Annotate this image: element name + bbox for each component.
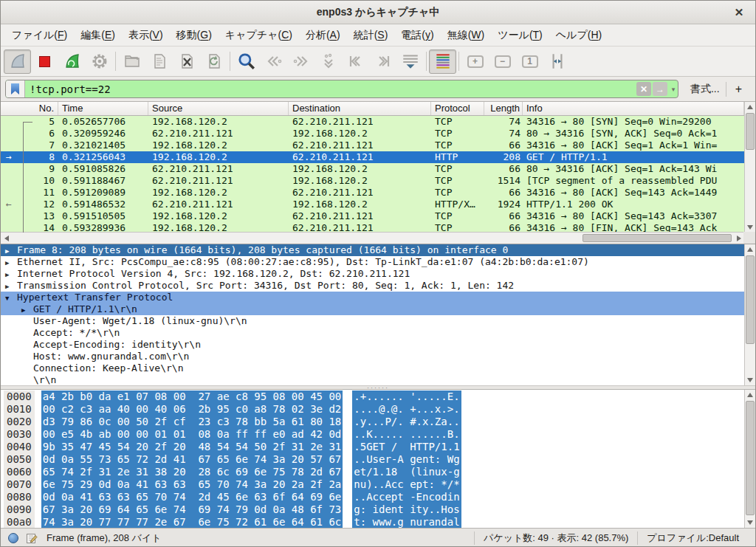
hex-row-0080[interactable]: 00800d 0a 41 63 63 65 70 74 2d 45 6e 63 … (1, 491, 755, 503)
scroll-up-icon[interactable] (745, 390, 755, 400)
hex-bytes[interactable]: 0d 0a 55 73 65 72 2d 41 67 65 6e 74 3a 2… (41, 453, 343, 466)
file-reload-icon[interactable] (200, 49, 227, 74)
find-packet-icon[interactable] (233, 49, 260, 74)
hex-bytes[interactable]: 00 c2 c3 aa 40 00 40 06 2b 95 c0 a8 78 0… (41, 403, 343, 416)
menu-item-8[interactable]: 無線(W) (441, 26, 492, 45)
capture-stop-icon[interactable] (31, 49, 58, 74)
resize-columns-icon[interactable] (543, 49, 571, 74)
hex-ascii[interactable]: nu)..Acc ept: */* (352, 478, 461, 491)
hex-ascii[interactable]: .5GET / HTTP/1.1 (352, 441, 461, 453)
collapsed-icon[interactable]: ▶ (5, 280, 17, 292)
column-header-length[interactable]: Length (484, 102, 523, 115)
packet-row-14[interactable]: 140.593289936192.168.120.262.210.211.121… (1, 222, 755, 233)
file-save-icon[interactable] (145, 49, 173, 74)
hex-row-0000[interactable]: 0000a4 2b b0 da e1 07 08 00 27 ae c8 95 … (1, 391, 755, 403)
detail-line-7[interactable]: Accept: */*\r\n (1, 327, 755, 339)
scroll-down-icon[interactable] (745, 517, 755, 528)
hex-row-0050[interactable]: 00500d 0a 55 73 65 72 2d 41 67 65 6e 74 … (1, 453, 755, 466)
detail-line-6[interactable]: User-Agent: Wget/1.18 (linux-gnu)\r\n (1, 315, 755, 327)
menu-item-7[interactable]: 電話(y) (394, 26, 440, 45)
expression-button[interactable]: 書式... (684, 83, 726, 96)
filter-dropdown-icon[interactable]: ▾ (669, 86, 678, 93)
packet-row-8[interactable]: 80.321256043192.168.120.262.210.211.121H… (1, 151, 755, 163)
display-filter-input[interactable]: !tcp.port==22 ✕ → ▾ (5, 80, 678, 98)
file-open-icon[interactable] (118, 49, 145, 74)
packet-row-13[interactable]: 130.591510505192.168.120.262.210.211.121… (1, 210, 755, 222)
hex-ascii[interactable]: ....@.@. +...x.>. (352, 403, 461, 416)
detail-line-10[interactable]: Connection: Keep-Alive\r\n (1, 362, 755, 374)
expert-info-icon[interactable] (8, 533, 18, 543)
filter-apply-icon[interactable]: → (653, 82, 667, 96)
hex-bytes[interactable]: 67 3a 20 69 64 65 6e 74 69 74 79 0d 0a 4… (41, 503, 343, 516)
scrollbar-thumb[interactable] (583, 234, 732, 242)
packet-row-5[interactable]: 50.052657706192.168.120.262.210.211.121T… (1, 116, 755, 128)
zoom-original-icon[interactable]: 1 (516, 49, 543, 74)
menu-item-0[interactable]: ファイル(F) (5, 26, 74, 45)
menu-item-2[interactable]: 表示(V) (122, 26, 170, 45)
menu-item-3[interactable]: 移動(G) (170, 26, 219, 45)
scrollbar-thumb[interactable] (746, 255, 755, 344)
filter-clear-icon[interactable]: ✕ (636, 82, 651, 96)
details-vertical-scrollbar[interactable] (744, 244, 755, 385)
column-header-source[interactable]: Source (148, 102, 289, 115)
scrollbar-thumb[interactable] (746, 113, 755, 150)
detail-line-3[interactable]: ▶Transmission Control Protocol, Src Port… (1, 280, 755, 292)
add-filter-button[interactable]: + (726, 83, 751, 96)
filter-bookmark-icon[interactable] (6, 80, 25, 97)
hex-ascii[interactable]: g: ident ity..Hos (352, 503, 461, 516)
detail-line-1[interactable]: ▶Ethernet II, Src: PcsCompu_ae:c8:95 (08… (1, 256, 755, 268)
packet-row-6[interactable]: 60.32095924662.210.211.121192.168.120.2T… (1, 128, 755, 140)
packet-list-vertical-scrollbar[interactable] (744, 102, 755, 233)
hex-row-0030[interactable]: 003000 e5 4b ab 00 00 01 01 08 0a ff ff … (1, 428, 755, 441)
go-back-icon[interactable] (260, 49, 287, 74)
collapsed-icon[interactable]: ▶ (5, 244, 17, 256)
detail-line-11[interactable]: \r\n (1, 374, 755, 385)
zoom-out-icon[interactable]: − (489, 49, 516, 74)
file-close-icon[interactable] (173, 49, 200, 74)
detail-line-8[interactable]: Accept-Encoding: identity\r\n (1, 339, 755, 351)
filter-value[interactable]: !tcp.port==22 (25, 83, 636, 95)
packet-row-9[interactable]: 90.59108582662.210.211.121192.168.120.2T… (1, 163, 755, 175)
column-header-time[interactable]: Time (58, 102, 148, 115)
hex-ascii[interactable]: .y...P/. #.x.Za.. (352, 416, 461, 428)
detail-line-5[interactable]: ▶GET / HTTP/1.1\r\n (1, 303, 755, 315)
go-last-icon[interactable] (369, 49, 396, 74)
hex-ascii[interactable]: t: www.g nurandal (352, 516, 461, 528)
hex-ascii[interactable]: et/1.18 (linux-g (352, 466, 461, 478)
menu-item-4[interactable]: キャプチャ(C) (219, 26, 299, 45)
scroll-right-icon[interactable] (734, 233, 744, 244)
go-first-icon[interactable] (342, 49, 369, 74)
close-icon[interactable]: ✕ (732, 5, 746, 20)
hex-bytes[interactable]: 65 74 2f 31 2e 31 38 20 28 6c 69 6e 75 7… (41, 466, 343, 478)
capture-restart-icon[interactable] (58, 49, 86, 74)
colorize-packets-icon[interactable] (429, 49, 456, 74)
zoom-in-icon[interactable]: + (461, 49, 489, 74)
hex-row-0090[interactable]: 009067 3a 20 69 64 65 6e 74 69 74 79 0d … (1, 503, 755, 516)
column-header-destination[interactable]: Destination (289, 102, 431, 115)
hex-row-0020[interactable]: 0020d3 79 86 0c 00 50 2f cf 23 c3 78 bb … (1, 416, 755, 428)
packet-list-horizontal-scrollbar[interactable] (1, 232, 745, 244)
column-header-info[interactable]: Info (523, 102, 744, 115)
menu-item-10[interactable]: ヘルプ(H) (549, 26, 608, 45)
collapsed-icon[interactable]: ▶ (21, 303, 33, 315)
scroll-up-icon[interactable] (745, 102, 755, 112)
scroll-up-icon[interactable] (745, 244, 755, 255)
hex-bytes[interactable]: a4 2b b0 da e1 07 08 00 27 ae c8 95 08 0… (41, 391, 343, 403)
hex-row-00a0[interactable]: 00a074 3a 20 77 77 77 2e 67 6e 75 72 61 … (1, 516, 755, 528)
scroll-down-icon[interactable] (745, 375, 755, 385)
hex-vertical-scrollbar[interactable] (744, 390, 755, 528)
packet-row-7[interactable]: 70.321021405192.168.120.262.210.211.121T… (1, 140, 755, 151)
column-header-no[interactable]: No. (1, 102, 58, 115)
hex-ascii[interactable]: ..User-A gent: Wg (352, 453, 461, 466)
capture-comment-icon[interactable] (26, 532, 38, 544)
packet-row-11[interactable]: 110.591209089192.168.120.262.210.211.121… (1, 187, 755, 199)
scroll-down-icon[interactable] (745, 222, 755, 233)
hex-row-0010[interactable]: 001000 c2 c3 aa 40 00 40 06 2b 95 c0 a8 … (1, 403, 755, 416)
detail-line-2[interactable]: ▶Internet Protocol Version 4, Src: 192.1… (1, 268, 755, 280)
column-header-protocol[interactable]: Protocol (431, 102, 484, 115)
hex-ascii[interactable]: .+...... '.....E. (352, 391, 461, 403)
hex-ascii[interactable]: ..K..... ......B. (352, 428, 461, 441)
hex-row-0040[interactable]: 00409b 35 47 45 54 20 2f 20 48 54 54 50 … (1, 441, 755, 453)
hex-bytes[interactable]: 00 e5 4b ab 00 00 01 01 08 0a ff ff e0 a… (41, 428, 343, 441)
menu-item-9[interactable]: ツール(T) (491, 26, 549, 45)
